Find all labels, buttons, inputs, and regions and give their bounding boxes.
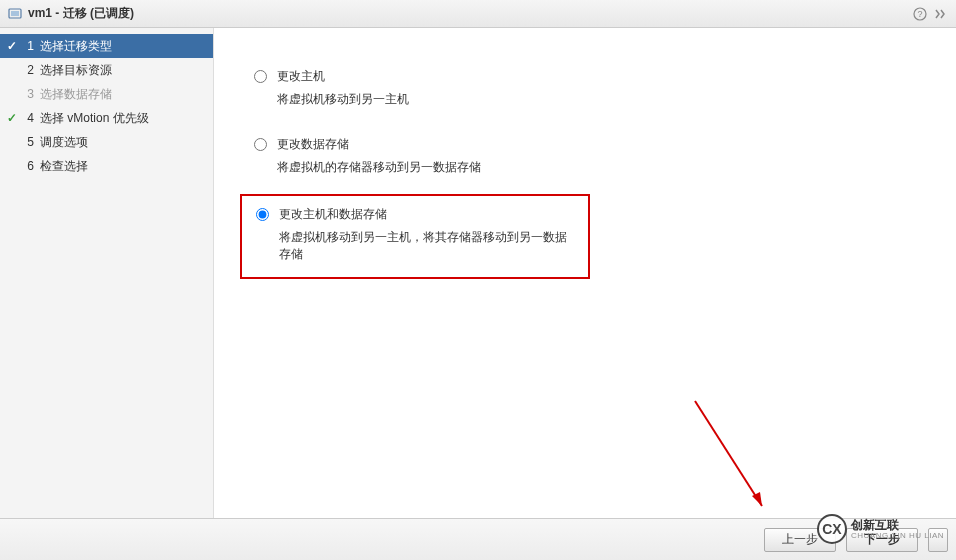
step-3-select-datastore: 3 选择数据存储 (0, 82, 213, 106)
step-label: 检查选择 (40, 158, 213, 175)
check-icon: ✓ (4, 111, 20, 125)
check-icon: ✓ (4, 39, 20, 53)
highlighted-selection: 更改主机和数据存储 将虚拟机移动到另一主机，将其存储器移动到另一数据存储 (240, 194, 590, 279)
option-change-host[interactable]: 更改主机 将虚拟机移动到另一主机 (254, 68, 956, 108)
step-label: 调度选项 (40, 134, 213, 151)
radio-change-datastore[interactable] (254, 138, 267, 151)
step-number: 2 (20, 63, 34, 77)
option-description: 将虚拟机移动到另一主机，将其存储器移动到另一数据存储 (279, 229, 574, 263)
expand-icon[interactable] (932, 6, 948, 22)
option-change-host-and-datastore[interactable]: 更改主机和数据存储 将虚拟机移动到另一主机，将其存储器移动到另一数据存储 (256, 206, 574, 263)
step-number: 1 (20, 39, 34, 53)
step-number: 6 (20, 159, 34, 173)
help-icon[interactable]: ? (912, 6, 928, 22)
step-label: 选择数据存储 (40, 86, 213, 103)
svg-rect-1 (11, 11, 19, 16)
watermark-sub: CHUANG XIN HU LIAN (851, 531, 944, 540)
app-icon (8, 7, 22, 21)
step-label: 选择迁移类型 (40, 38, 213, 55)
step-2-select-target-resource[interactable]: 2 选择目标资源 (0, 58, 213, 82)
step-1-select-migration-type[interactable]: ✓ 1 选择迁移类型 (0, 34, 213, 58)
step-label: 选择目标资源 (40, 62, 213, 79)
step-4-vmotion-priority[interactable]: ✓ 4 选择 vMotion 优先级 (0, 106, 213, 130)
step-5-schedule-options[interactable]: 5 调度选项 (0, 130, 213, 154)
option-change-datastore[interactable]: 更改数据存储 将虚拟机的存储器移动到另一数据存储 (254, 136, 956, 176)
wizard-sidebar: ✓ 1 选择迁移类型 2 选择目标资源 3 选择数据存储 ✓ 4 选择 vMot… (0, 28, 214, 518)
option-title: 更改数据存储 (277, 136, 481, 153)
step-6-review-selection[interactable]: 6 检查选择 (0, 154, 213, 178)
watermark-logo-icon: CX (817, 514, 847, 544)
window-title: vm1 - 迁移 (已调度) (28, 5, 908, 22)
step-label: 选择 vMotion 优先级 (40, 110, 213, 127)
step-number: 5 (20, 135, 34, 149)
radio-change-host-and-datastore[interactable] (256, 208, 269, 221)
option-title: 更改主机和数据存储 (279, 206, 574, 223)
watermark-brand: 创新互联 (851, 519, 944, 531)
wizard-content: 更改主机 将虚拟机移动到另一主机 更改数据存储 将虚拟机的存储器移动到另一数据存… (214, 28, 956, 518)
titlebar: vm1 - 迁移 (已调度) ? (0, 0, 956, 28)
watermark: CX 创新互联 CHUANG XIN HU LIAN (817, 514, 944, 544)
radio-change-host[interactable] (254, 70, 267, 83)
option-description: 将虚拟机移动到另一主机 (277, 91, 409, 108)
option-title: 更改主机 (277, 68, 409, 85)
step-number: 3 (20, 87, 34, 101)
option-description: 将虚拟机的存储器移动到另一数据存储 (277, 159, 481, 176)
svg-text:?: ? (917, 9, 922, 19)
wizard-footer: 上一步 下一步 (0, 518, 956, 560)
step-number: 4 (20, 111, 34, 125)
